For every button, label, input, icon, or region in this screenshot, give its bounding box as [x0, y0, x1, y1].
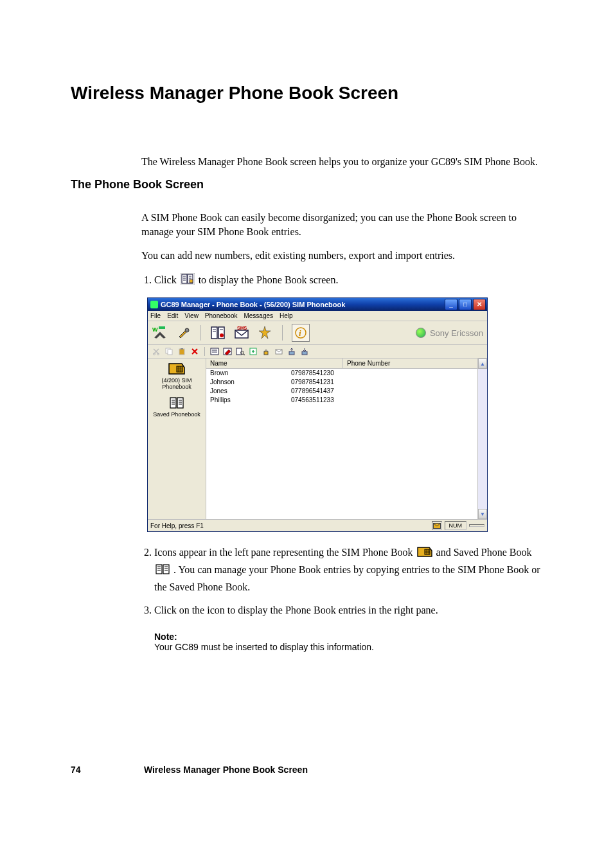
- saved-phonebook-label: Saved Phonebook: [149, 411, 204, 418]
- svg-rect-26: [179, 349, 184, 355]
- page-title: Wireless Manager Phone Book Screen: [71, 83, 542, 103]
- export-icon[interactable]: [287, 347, 296, 356]
- settings-tool-icon[interactable]: [175, 324, 191, 341]
- menu-phonebook[interactable]: Phonebook: [205, 312, 238, 319]
- send-sms-icon[interactable]: [274, 347, 283, 356]
- cut-icon[interactable]: [152, 347, 161, 356]
- copy-icon[interactable]: [164, 347, 173, 356]
- menu-view[interactable]: View: [184, 312, 199, 319]
- move-to-sim-icon[interactable]: [249, 347, 258, 356]
- table-row[interactable]: Brown 079878541230: [206, 369, 487, 378]
- footer-title: Wireless Manager Phone Book Screen: [144, 765, 308, 775]
- saved-phonebook-icon: [169, 396, 184, 409]
- table-row[interactable]: Phillips 074563511233: [206, 396, 487, 405]
- intro-paragraph: The Wireless Manager Phone Book screen h…: [141, 155, 542, 169]
- delete-icon[interactable]: [190, 347, 199, 356]
- menu-edit[interactable]: Edit: [167, 312, 178, 319]
- step-2-text-a: Icons appear in the left pane representi…: [154, 547, 416, 558]
- menu-messages[interactable]: Messages: [244, 312, 273, 319]
- toolbar-separator: [204, 347, 205, 356]
- phonebook-tool-icon[interactable]: [210, 324, 227, 341]
- lock-icon[interactable]: [262, 347, 271, 356]
- svg-rect-38: [289, 351, 294, 355]
- status-num: NUM: [445, 521, 467, 530]
- info-tool-icon[interactable]: i: [292, 324, 310, 342]
- table-row[interactable]: Jones 077896541437: [206, 387, 487, 396]
- services-tool-icon[interactable]: [256, 324, 273, 341]
- status-tool-icon[interactable]: W: [152, 324, 168, 341]
- main-toolbar: W: [148, 321, 487, 345]
- titlebar: GC89 Manager - Phone Book - (56/200) SIM…: [148, 298, 487, 311]
- svg-rect-39: [302, 351, 307, 355]
- section-para-2: You can add new numbers, edit existing n…: [141, 249, 542, 263]
- svg-rect-12: [211, 327, 217, 339]
- paste-icon[interactable]: [177, 347, 186, 356]
- saved-phonebook-item[interactable]: Saved Phonebook: [149, 396, 204, 418]
- left-pane: (4/200) SIM Phonebook: [148, 359, 206, 519]
- table-rows: Brown 079878541230 Johnson 079878541231 …: [206, 369, 487, 405]
- phonebook-toolbar-icon: [181, 273, 195, 290]
- window-title: GC89 Manager - Phone Book - (56/200) SIM…: [161, 301, 345, 308]
- scroll-track[interactable]: [478, 369, 487, 509]
- step-1-text-a: Click: [154, 274, 179, 285]
- brand-label: Sony Ericsson: [416, 328, 483, 338]
- svg-point-23: [157, 353, 159, 355]
- step-1: Click to display the Phone Book s: [154, 272, 542, 289]
- svg-rect-60: [163, 565, 169, 574]
- maximize-button[interactable]: □: [459, 299, 472, 310]
- svg-point-17: [220, 333, 224, 337]
- svg-rect-10: [159, 326, 165, 329]
- sim-phonebook-label: (4/200) SIM Phonebook: [149, 377, 204, 390]
- table-row[interactable]: Johnson 079878541231: [206, 378, 487, 387]
- sim-card-inline-icon: [417, 545, 432, 562]
- svg-text:SMS: SMS: [237, 326, 247, 330]
- menu-help[interactable]: Help: [280, 312, 293, 319]
- content-area: (4/200) SIM Phonebook: [148, 359, 487, 519]
- import-icon[interactable]: [300, 347, 309, 356]
- page-footer: 74 Wireless Manager Phone Book Screen: [71, 765, 308, 775]
- right-pane: Name Phone Number Brown 079878541230 Joh…: [206, 359, 487, 519]
- column-number[interactable]: Phone Number: [343, 359, 487, 368]
- svg-rect-36: [264, 351, 268, 355]
- menu-file[interactable]: File: [150, 312, 161, 319]
- step-2: Icons appear in the left pane representi…: [154, 544, 542, 596]
- svg-rect-46: [177, 398, 183, 408]
- new-entry-icon[interactable]: [210, 347, 219, 356]
- svg-rect-27: [181, 348, 183, 350]
- brand-logo-icon: [416, 328, 426, 338]
- svg-rect-25: [168, 350, 172, 355]
- svg-rect-28: [211, 348, 218, 355]
- column-headers: Name Phone Number: [206, 359, 487, 369]
- vertical-scrollbar[interactable]: ▲ ▼: [477, 359, 487, 519]
- svg-rect-59: [156, 565, 162, 574]
- svg-rect-40: [177, 366, 182, 372]
- minimize-button[interactable]: _: [445, 299, 458, 310]
- step-2-text-b: and Saved Phone Book: [436, 547, 532, 558]
- app-icon: [150, 301, 158, 308]
- svg-text:W: W: [152, 326, 158, 333]
- svg-line-34: [244, 354, 245, 355]
- scroll-up-icon[interactable]: ▲: [478, 359, 487, 369]
- note-text: Your GC89 must be inserted to display th…: [154, 642, 542, 652]
- find-icon[interactable]: [236, 347, 245, 356]
- statusbar: For Help, press F1 NUM: [148, 519, 487, 531]
- sim-card-icon: [168, 362, 186, 375]
- svg-rect-54: [425, 549, 430, 554]
- scroll-down-icon[interactable]: ▼: [478, 509, 487, 519]
- column-name[interactable]: Name: [206, 359, 343, 368]
- svg-point-22: [154, 353, 155, 355]
- saved-phonebook-inline-icon: [155, 563, 170, 580]
- close-button[interactable]: ✕: [473, 299, 486, 310]
- step-1-text-b: to display the Phone Book screen.: [199, 274, 339, 285]
- sms-tool-icon[interactable]: SMS: [233, 324, 250, 341]
- app-window: GC89 Manager - Phone Book - (56/200) SIM…: [148, 298, 487, 531]
- svg-point-11: [185, 328, 189, 332]
- status-empty-cell: [469, 524, 484, 527]
- step-2-text-c: . You can manage your Phone Book entries…: [154, 564, 540, 592]
- note-label: Note:: [154, 632, 542, 642]
- edit-entry-icon[interactable]: [223, 347, 232, 356]
- sim-phonebook-item[interactable]: (4/200) SIM Phonebook: [149, 362, 204, 390]
- svg-text:i: i: [299, 328, 301, 338]
- secondary-toolbar: [148, 345, 487, 359]
- step-3: Click on the icon to display the Phone B…: [154, 602, 542, 619]
